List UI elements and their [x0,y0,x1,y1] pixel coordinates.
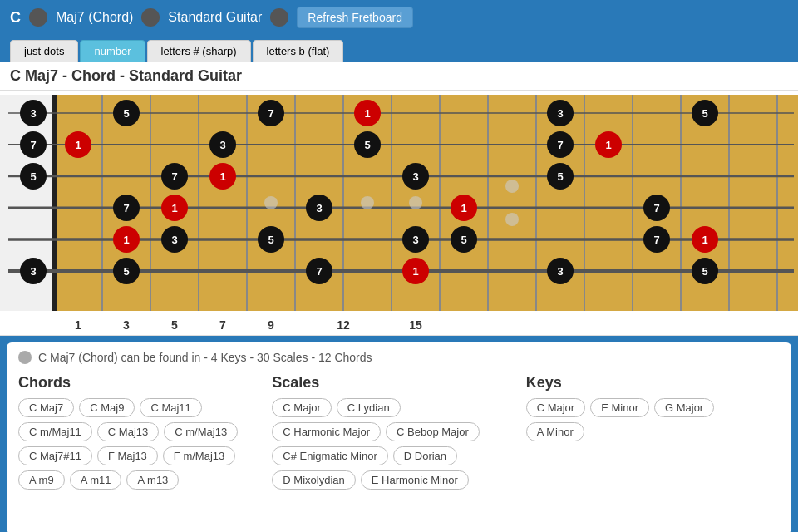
svg-text:7: 7 [30,139,36,151]
svg-text:1: 1 [219,170,225,183]
scales-row-1: C Major C Lydian [272,398,525,417]
fret-num-7: 7 [199,318,247,332]
scales-row-4: D Mixolydian E Harmonic Minor [272,470,525,490]
chord-fmaj13[interactable]: F Maj13 [97,446,158,466]
fretboard-title: C Maj7 - Chord - Standard Guitar [0,62,798,91]
tab-letters-flat[interactable]: letters b (flat) [253,40,344,62]
tab-bar: just dots number letters # (sharp) lette… [0,35,798,62]
svg-text:7: 7 [653,234,659,246]
tab-letters-sharp[interactable]: letters # (sharp) [147,40,251,62]
chords-row-2: C m/Maj11 C Maj13 C m/Maj13 [18,422,272,441]
guitar-toggle[interactable] [270,8,288,27]
svg-text:3: 3 [557,265,563,278]
svg-text:3: 3 [30,265,36,278]
tab-just-dots[interactable]: just dots [10,40,78,62]
fretboard: 3 5 7 1 3 5 7 1 3 5 7 1 5 7 [0,91,798,315]
keys-row-2: A Minor [526,422,780,441]
chord-am9[interactable]: A m9 [18,470,65,490]
fret-num-5: 5 [150,318,199,332]
svg-text:3: 3 [30,107,36,120]
svg-text:5: 5 [364,139,370,151]
key-label: C [10,9,21,27]
key-gmajor[interactable]: G Major [654,398,714,417]
svg-text:5: 5 [123,265,129,278]
svg-text:7: 7 [123,202,129,214]
svg-text:1: 1 [702,234,707,246]
svg-point-28 [361,196,374,209]
scale-dmixolydian[interactable]: D Mixolydian [272,470,355,490]
svg-text:7: 7 [316,265,322,278]
chord-name: Maj7 (Chord) [56,10,133,25]
svg-point-26 [264,196,278,209]
fret-numbers-row: 1 3 5 7 9 12 15 [0,315,798,336]
svg-text:5: 5 [702,107,707,120]
chord-fmmaj13[interactable]: F m/Maj13 [163,446,235,466]
svg-text:7: 7 [653,202,659,214]
guitar-type: Standard Guitar [168,10,262,25]
svg-text:1: 1 [412,265,418,278]
chord-cmaj7s11[interactable]: C Maj7#11 [18,446,92,466]
fret-num-3: 3 [102,318,150,332]
chord-am11[interactable]: A m11 [70,470,122,490]
scales-header: Scales [272,374,525,392]
refresh-button[interactable]: Refresh Fretboard [297,7,413,28]
keys-header: Keys [526,374,780,392]
svg-text:3: 3 [219,139,225,151]
svg-text:3: 3 [557,107,563,120]
chord-cmmaj11[interactable]: C m/Maj11 [18,422,92,441]
info-summary: C Maj7 (Chord) can be found in - 4 Keys … [18,351,780,364]
fret-num-12: 12 [295,318,392,332]
scale-eharmonicminor[interactable]: E Harmonic Minor [361,470,469,490]
scale-cmajor[interactable]: C Major [272,398,332,417]
svg-text:7: 7 [557,139,563,151]
three-columns: Chords C Maj7 C Maj9 C Maj11 C m/Maj11 C… [18,374,780,495]
svg-text:5: 5 [123,107,129,120]
svg-text:3: 3 [316,202,322,214]
chords-header: Chords [18,374,272,392]
chord-cmaj9[interactable]: C Maj9 [79,398,135,417]
chord-cmaj11[interactable]: C Maj11 [140,398,201,417]
svg-text:5: 5 [461,234,466,246]
chords-row-1: C Maj7 C Maj9 C Maj11 [18,398,272,417]
keys-row-1: C Major E Minor G Major [526,398,780,417]
chord-cmaj13[interactable]: C Maj13 [97,422,159,441]
info-dot [18,351,32,364]
scale-charmonicmajor[interactable]: C Harmonic Major [272,422,381,441]
chord-cmaj7[interactable]: C Maj7 [18,398,74,417]
svg-text:3: 3 [412,170,418,183]
svg-text:1: 1 [461,202,466,214]
svg-text:3: 3 [412,234,418,246]
scales-column: Scales C Major C Lydian C Harmonic Major… [272,374,525,495]
svg-text:5: 5 [268,234,273,246]
key-eminor[interactable]: E Minor [590,398,649,417]
info-text: C Maj7 (Chord) can be found in - 4 Keys … [38,351,372,364]
svg-text:1: 1 [364,107,370,120]
key-toggle[interactable] [29,8,47,27]
fret-num-1: 1 [54,318,102,332]
fret-num-9: 9 [247,318,295,332]
chord-toggle[interactable] [141,8,160,27]
svg-text:1: 1 [605,139,611,151]
fret-num-15: 15 [392,318,440,332]
svg-text:1: 1 [123,234,129,246]
chord-cmmaj13[interactable]: C m/Maj13 [164,422,238,441]
svg-point-30 [505,180,519,193]
svg-text:5: 5 [557,170,563,183]
scale-cbebopmajor[interactable]: C Bebop Major [386,422,480,441]
chords-row-3: C Maj7#11 F Maj13 F m/Maj13 [18,446,272,466]
keys-column: Keys C Major E Minor G Major A Minor [526,374,780,495]
scale-clydian[interactable]: C Lydian [337,398,401,417]
tab-number[interactable]: number [80,40,145,62]
svg-text:7: 7 [171,170,177,183]
info-panel: C Maj7 (Chord) can be found in - 4 Keys … [7,342,791,532]
svg-point-29 [409,196,422,209]
svg-rect-2 [52,95,57,311]
scale-ddorian[interactable]: D Dorian [393,446,457,466]
scale-cenigmaticminor[interactable]: C# Enigmatic Minor [272,446,387,466]
svg-text:5: 5 [702,265,707,278]
key-aminor[interactable]: A Minor [526,422,584,441]
scales-row-3: C# Enigmatic Minor D Dorian [272,446,525,466]
chord-am13[interactable]: A m13 [126,470,179,490]
key-cmajor[interactable]: C Major [526,398,586,417]
svg-text:7: 7 [268,107,273,120]
